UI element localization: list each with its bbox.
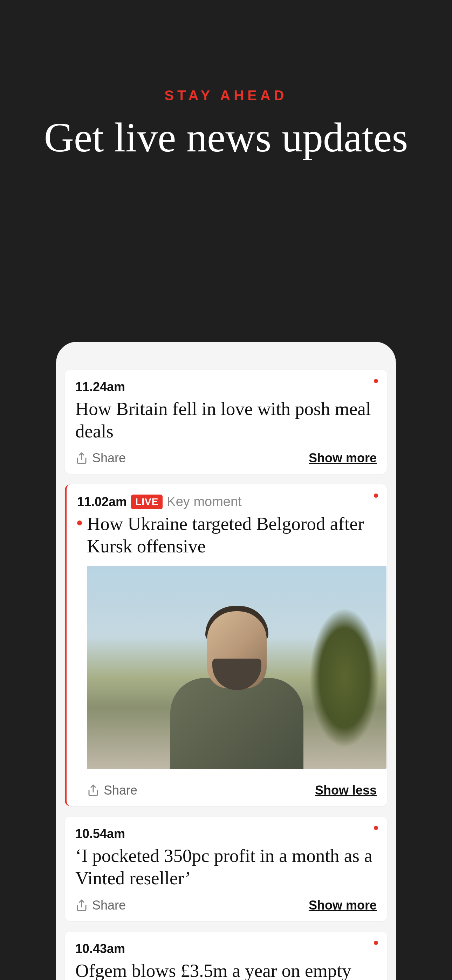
share-icon bbox=[75, 452, 88, 465]
share-label: Share bbox=[92, 898, 126, 913]
card-title: Ofgem blows £3.5m a year on empty office bbox=[75, 960, 377, 980]
timestamp: 11.24am bbox=[75, 380, 125, 394]
news-card[interactable]: 10.43am Ofgem blows £3.5m a year on empt… bbox=[65, 932, 387, 980]
news-card[interactable]: 10.54am ‘I pocketed 350pc profit in a mo… bbox=[65, 817, 387, 921]
share-icon bbox=[75, 899, 88, 912]
key-moment-label: Key moment bbox=[167, 494, 242, 509]
eyebrow-text: STAY AHEAD bbox=[0, 88, 452, 103]
article-image bbox=[87, 566, 387, 769]
news-card[interactable]: 11.24am How Britain fell in love with po… bbox=[65, 370, 387, 474]
share-button[interactable]: Share bbox=[75, 451, 126, 466]
timestamp: 11.02am bbox=[77, 495, 127, 509]
news-card-live[interactable]: 11.02am LIVE Key moment How Ukraine targ… bbox=[65, 484, 387, 806]
timestamp: 10.43am bbox=[75, 942, 125, 956]
share-button[interactable]: Share bbox=[75, 898, 126, 913]
card-title: How Britain fell in love with posh meal … bbox=[75, 398, 377, 442]
show-less-button[interactable]: Show less bbox=[315, 783, 377, 798]
share-icon bbox=[87, 784, 100, 797]
bullet-icon bbox=[77, 520, 82, 525]
live-badge: LIVE bbox=[131, 495, 162, 509]
card-title: How Ukraine targeted Belgorod after Kurs… bbox=[87, 513, 377, 557]
timestamp: 10.54am bbox=[75, 826, 125, 841]
share-label: Share bbox=[104, 783, 137, 798]
share-label: Share bbox=[92, 451, 126, 466]
show-more-button[interactable]: Show more bbox=[309, 451, 377, 466]
unread-dot-icon bbox=[374, 941, 378, 945]
show-more-button[interactable]: Show more bbox=[309, 898, 377, 913]
unread-dot-icon bbox=[374, 379, 378, 383]
share-button[interactable]: Share bbox=[87, 783, 137, 798]
headline-text: Get live news updates bbox=[0, 114, 452, 162]
unread-dot-icon bbox=[374, 493, 378, 498]
card-title: ‘I pocketed 350pc profit in a month as a… bbox=[75, 845, 377, 889]
news-feed[interactable]: 11.24am How Britain fell in love with po… bbox=[56, 342, 396, 980]
unread-dot-icon bbox=[374, 826, 378, 830]
